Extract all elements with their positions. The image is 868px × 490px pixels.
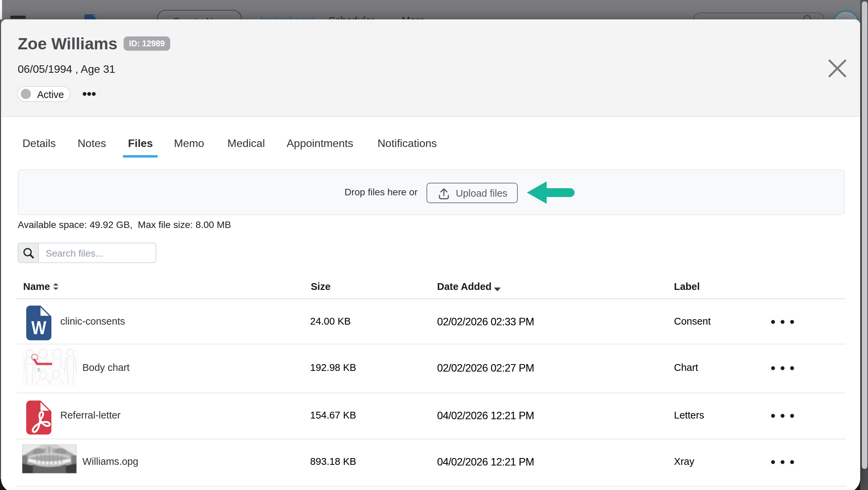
svg-text:W: W [31, 317, 46, 338]
